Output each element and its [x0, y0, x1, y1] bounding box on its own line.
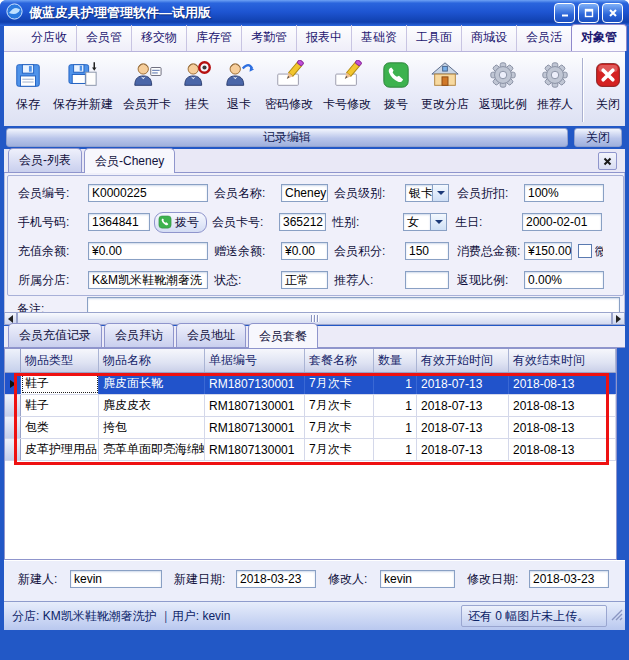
cell[interactable]: 亮革单面即亮海绵蜡: [99, 439, 205, 460]
ribbon-tab-transfer[interactable]: 移交物: [131, 25, 186, 51]
cell[interactable]: 包类: [21, 417, 99, 438]
member-level-field[interactable]: 银卡: [405, 184, 433, 202]
member-no-field[interactable]: K0000225: [88, 184, 208, 202]
cell[interactable]: RM1807130001: [205, 439, 305, 460]
row-selector-cell[interactable]: [5, 395, 21, 416]
table-row[interactable]: 包类 挎包 RM1807130001 7月次卡 1 2018-07-13 201…: [5, 417, 616, 439]
toolbar-button-dial[interactable]: 拨号: [377, 54, 415, 126]
cell[interactable]: 2018-08-13: [509, 417, 616, 438]
toolbar-button-report-loss[interactable]: 挂失: [177, 54, 217, 126]
card-no-field[interactable]: 365212: [279, 213, 326, 231]
cell[interactable]: 1: [374, 395, 417, 416]
column-header[interactable]: 有效开始时间: [417, 349, 509, 372]
ribbon-tab-branch-cashier[interactable]: 分店收: [22, 25, 76, 51]
cell[interactable]: 7月次卡: [305, 439, 374, 460]
tab-member-visits[interactable]: 会员拜访: [104, 323, 174, 347]
cell[interactable]: 皮革护理用品: [21, 439, 99, 460]
recharge-balance-field[interactable]: ¥0.00: [88, 242, 208, 260]
document-tab-close-button[interactable]: [598, 152, 617, 170]
create-date-field[interactable]: 2018-03-23: [236, 570, 316, 588]
column-header[interactable]: 套餐名称: [305, 349, 374, 372]
tab-member-address[interactable]: 会员地址: [176, 323, 246, 347]
cell[interactable]: 麂皮面长靴: [99, 373, 205, 394]
gender-field[interactable]: 女: [403, 213, 431, 231]
ribbon-tab-inventory[interactable]: 库存管: [186, 25, 241, 51]
row-selector-cell[interactable]: [5, 373, 21, 394]
cell[interactable]: 1: [374, 417, 417, 438]
ribbon-tab-mall[interactable]: 商城设: [461, 25, 516, 51]
cell[interactable]: RM1807130001: [205, 417, 305, 438]
column-header[interactable]: 有效结束时间: [509, 349, 616, 372]
discount-field[interactable]: 100%: [524, 184, 604, 202]
cell[interactable]: 鞋子: [21, 395, 99, 416]
close-button[interactable]: [602, 3, 623, 23]
toolbar-button-save[interactable]: 保存: [9, 54, 47, 126]
toolbar-button-referrer[interactable]: 推荐人: [533, 54, 577, 126]
cell[interactable]: 鞋子: [21, 373, 99, 394]
cell[interactable]: 2018-07-13: [417, 373, 509, 394]
tab-member-list[interactable]: 会员-列表: [8, 148, 82, 172]
table-row[interactable]: 皮革护理用品 亮革单面即亮海绵蜡 RM1807130001 7月次卡 1 201…: [5, 439, 616, 461]
cell[interactable]: 2018-07-13: [417, 417, 509, 438]
gender-dropdown-button[interactable]: [431, 213, 447, 231]
points-field[interactable]: 150: [405, 242, 449, 260]
tab-member-package-active[interactable]: 会员套餐: [248, 323, 318, 348]
column-header[interactable]: 单据编号: [205, 349, 305, 372]
cell[interactable]: 2018-08-13: [509, 395, 616, 416]
toolbar-button-close[interactable]: 关闭: [590, 54, 626, 126]
cell[interactable]: 7月次卡: [305, 395, 374, 416]
ribbon-tab-reports[interactable]: 报表中: [296, 25, 351, 51]
toolbar-button-cashback-ratio[interactable]: 返现比例: [475, 54, 531, 126]
toolbar-button-change-password[interactable]: 密码修改: [261, 54, 317, 126]
status-field[interactable]: 正常: [281, 271, 328, 289]
cell[interactable]: 麂皮皮衣: [99, 395, 205, 416]
minimize-button[interactable]: [554, 3, 575, 23]
cell[interactable]: 1: [374, 439, 417, 460]
toolbar-button-save-and-new[interactable]: 保存并新建: [49, 54, 117, 126]
column-header[interactable]: 物品名称: [99, 349, 205, 372]
wechat-checkbox[interactable]: [578, 244, 592, 258]
gift-balance-field[interactable]: ¥0.00: [281, 242, 328, 260]
toolbar-button-return-card[interactable]: 退卡: [219, 54, 259, 126]
column-header[interactable]: 物品类型: [21, 349, 99, 372]
row-selector-cell[interactable]: [5, 417, 21, 438]
cell[interactable]: 2018-07-13: [417, 395, 509, 416]
toolbar-button-change-branch[interactable]: 更改分店: [417, 54, 473, 126]
cashback-field[interactable]: 0.00%: [524, 271, 604, 289]
toolbar-button-open-member-card[interactable]: 会员开卡: [119, 54, 175, 126]
ribbon-tab-tools[interactable]: 工具面: [406, 25, 461, 51]
scroll-right-arrow[interactable]: [612, 312, 625, 325]
cell[interactable]: RM1807130001: [205, 395, 305, 416]
column-header[interactable]: 数量: [374, 349, 417, 372]
referrer-field[interactable]: [405, 271, 449, 289]
modifier-field[interactable]: kevin: [380, 570, 455, 588]
ribbon-tab-attendance[interactable]: 考勤管: [241, 25, 296, 51]
ribbon-tab-basics[interactable]: 基础资: [351, 25, 406, 51]
ribbon-tab-members[interactable]: 会员管: [76, 25, 131, 51]
modify-date-field[interactable]: 2018-03-23: [529, 570, 609, 588]
tab-recharge-records[interactable]: 会员充值记录: [8, 323, 102, 347]
ribbon-tab-member-activity[interactable]: 会员活: [516, 25, 571, 51]
cell[interactable]: 2018-07-13: [417, 439, 509, 460]
row-selector-cell[interactable]: [5, 439, 21, 460]
tab-member-detail-active[interactable]: 会员-Cheney: [84, 148, 175, 173]
cell[interactable]: 挎包: [99, 417, 205, 438]
toolbar-button-change-card-number[interactable]: 卡号修改: [319, 54, 375, 126]
dial-button[interactable]: 拨号: [154, 212, 207, 233]
total-spent-field[interactable]: ¥150.00: [524, 242, 572, 260]
cell[interactable]: 1: [374, 373, 417, 394]
phone-field[interactable]: 1364841: [88, 213, 150, 231]
creator-field[interactable]: kevin: [70, 570, 162, 588]
maximize-button[interactable]: [578, 3, 599, 23]
table-row[interactable]: 鞋子 麂皮面长靴 RM1807130001 7月次卡 1 2018-07-13 …: [5, 373, 616, 395]
birthday-field[interactable]: 2000-02-01: [522, 213, 602, 231]
cell[interactable]: 2018-08-13: [509, 439, 616, 460]
cell[interactable]: RM1807130001: [205, 373, 305, 394]
ribbon-tab-object-active[interactable]: 对象管: [571, 24, 627, 51]
member-name-field[interactable]: Cheney: [281, 184, 328, 202]
resize-grip-icon[interactable]: [610, 608, 623, 624]
cell[interactable]: 2018-08-13: [509, 373, 616, 394]
cell[interactable]: 7月次卡: [305, 417, 374, 438]
branch-field[interactable]: K&M凯米鞋靴潮奢洗: [88, 271, 208, 289]
member-level-dropdown-button[interactable]: [433, 184, 449, 202]
